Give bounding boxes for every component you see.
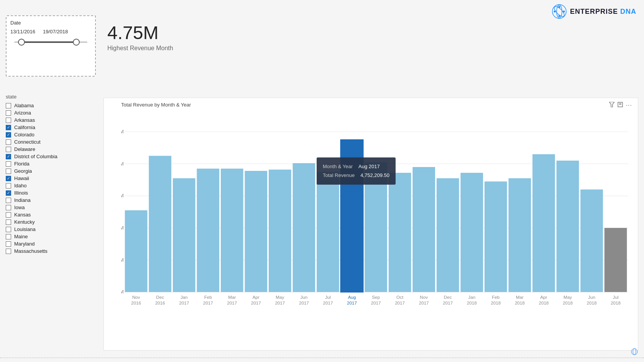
bar-rect[interactable] xyxy=(341,140,363,292)
state-item[interactable]: Iowa xyxy=(6,205,96,210)
state-checkbox[interactable] xyxy=(6,176,11,181)
bar-label: 2018 xyxy=(587,300,597,305)
bar-label: Jul xyxy=(325,295,331,300)
bar-label: 2017 xyxy=(179,300,189,305)
state-label: Georgia xyxy=(14,168,32,174)
kpi-value: 4.75M xyxy=(107,23,173,43)
bar-rect[interactable] xyxy=(317,172,339,292)
bar-rect[interactable] xyxy=(365,162,387,292)
state-checkbox[interactable] xyxy=(6,132,11,138)
state-item[interactable]: Massachusetts xyxy=(6,248,96,254)
state-item[interactable]: Illinois xyxy=(6,190,96,196)
state-checkbox[interactable] xyxy=(6,103,11,108)
state-label: Arkansas xyxy=(14,117,35,123)
chart-more-icon[interactable]: ··· xyxy=(626,102,632,109)
state-item[interactable]: Arkansas xyxy=(6,117,96,123)
bar-label: 2017 xyxy=(275,300,285,305)
bar-rect[interactable] xyxy=(557,161,579,292)
state-checkbox[interactable] xyxy=(6,161,11,167)
state-item[interactable]: Florida xyxy=(6,161,96,167)
state-checkbox[interactable] xyxy=(6,110,11,116)
state-filter-title: state xyxy=(6,94,96,100)
state-label: Alabama xyxy=(14,103,34,108)
state-label: Delaware xyxy=(14,146,35,152)
bar-rect[interactable] xyxy=(245,171,267,292)
state-checkbox[interactable] xyxy=(6,139,11,145)
state-item[interactable]: Kansas xyxy=(6,212,96,218)
bar-rect[interactable] xyxy=(221,169,243,292)
state-item[interactable]: Colorado xyxy=(6,132,96,138)
state-item[interactable]: Maine xyxy=(6,234,96,239)
svg-point-6 xyxy=(563,11,565,13)
state-item[interactable]: District of Columbia xyxy=(6,154,96,159)
state-checkbox[interactable] xyxy=(6,169,11,174)
state-checkbox[interactable] xyxy=(6,190,11,196)
bar-label: 2017 xyxy=(251,300,261,305)
state-checkbox[interactable] xyxy=(6,249,11,254)
state-item[interactable]: Delaware xyxy=(6,146,96,152)
date-slider-track[interactable] xyxy=(14,41,87,43)
bar-rect[interactable] xyxy=(197,169,219,292)
bar-label: Jan xyxy=(468,295,475,300)
state-checkbox[interactable] xyxy=(6,219,11,225)
bar-label: Nov xyxy=(420,295,428,300)
chart-export-icon[interactable] xyxy=(618,102,623,109)
bar-rect[interactable] xyxy=(293,163,315,292)
bar-label: Jul xyxy=(613,295,619,300)
bar-rect[interactable] xyxy=(437,178,459,292)
state-checkbox[interactable] xyxy=(6,118,11,123)
bar-label: Dec xyxy=(444,295,452,300)
date-slider-thumb-left[interactable] xyxy=(18,39,25,46)
bar-rect[interactable] xyxy=(485,182,507,292)
state-list: AlabamaArizonaArkansasCaliforniaColorado… xyxy=(6,103,96,254)
bar-rect[interactable] xyxy=(125,210,148,292)
state-checkbox[interactable] xyxy=(6,183,11,188)
bar-label: Mar xyxy=(228,295,236,300)
bar-rect[interactable] xyxy=(412,167,435,292)
svg-point-5 xyxy=(554,11,555,13)
date-start: 13/11/2016 xyxy=(10,29,35,34)
bar-rect[interactable] xyxy=(532,154,555,292)
state-item[interactable]: Alabama xyxy=(6,103,96,108)
date-slider-thumb-right[interactable] xyxy=(73,39,80,46)
state-item[interactable]: California xyxy=(6,124,96,130)
state-label: Illinois xyxy=(14,190,28,196)
state-checkbox[interactable] xyxy=(6,147,11,152)
chart-toolbar: ··· xyxy=(609,102,632,109)
bar-label: Sep xyxy=(372,295,380,300)
date-end: 19/07/2018 xyxy=(43,29,68,34)
svg-text:1M: 1M xyxy=(121,257,124,263)
state-item[interactable]: Idaho xyxy=(6,183,96,188)
bar-rect[interactable] xyxy=(580,190,603,292)
bar-label: Apr xyxy=(540,295,547,300)
state-checkbox[interactable] xyxy=(6,227,11,232)
state-checkbox[interactable] xyxy=(6,212,11,218)
bar-label: 2017 xyxy=(227,300,237,305)
state-label: Arizona xyxy=(14,110,31,116)
state-checkbox[interactable] xyxy=(6,241,11,247)
state-item[interactable]: Arizona xyxy=(6,110,96,116)
state-checkbox[interactable] xyxy=(6,154,11,159)
bar-rect[interactable] xyxy=(269,170,291,292)
logo: ENTERPRISE DNA xyxy=(552,4,636,19)
bar-rect[interactable] xyxy=(509,178,531,292)
state-item[interactable]: Georgia xyxy=(6,168,96,174)
bar-rect[interactable] xyxy=(173,178,196,292)
state-checkbox[interactable] xyxy=(6,125,11,130)
state-checkbox[interactable] xyxy=(6,205,11,210)
state-item[interactable]: Hawaii xyxy=(6,175,96,181)
bar-rect[interactable] xyxy=(605,228,627,292)
state-item[interactable]: Kentucky xyxy=(6,219,96,225)
chart-filter-icon[interactable] xyxy=(609,102,614,109)
state-item[interactable]: Maryland xyxy=(6,241,96,247)
bar-rect[interactable] xyxy=(389,173,411,292)
state-item[interactable]: Indiana xyxy=(6,197,96,203)
state-checkbox[interactable] xyxy=(6,198,11,203)
state-item[interactable]: Louisiana xyxy=(6,226,96,232)
svg-marker-12 xyxy=(609,102,614,107)
state-item[interactable]: Connecticut xyxy=(6,139,96,145)
state-checkbox[interactable] xyxy=(6,234,11,239)
bar-rect[interactable] xyxy=(460,173,483,292)
bar-label: 2018 xyxy=(563,300,573,305)
bar-rect[interactable] xyxy=(149,156,171,292)
